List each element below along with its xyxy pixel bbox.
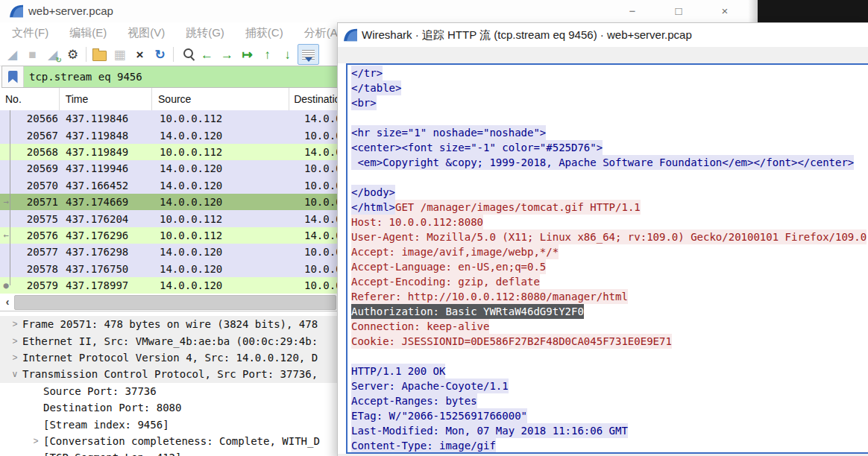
hscrollbar-thumb[interactable] (14, 295, 336, 310)
time-cell: 437.119849 (66, 146, 154, 158)
main-titlebar[interactable]: web+server.pcap −□× (0, 0, 752, 22)
menu-item-file[interactable]: 文件(F) (1, 22, 59, 43)
stream-line-9: </body> (351, 185, 868, 200)
next-packet-icon[interactable]: → (217, 45, 237, 64)
close-button[interactable]: × (702, 0, 748, 22)
detail-text: [Stream index: 9456] (43, 419, 169, 431)
stream-line-7: <em>Copyright &copy; 1999-2018, Apache S… (351, 155, 868, 170)
stream-text-server: <hr size="1" noshade="noshade"> (351, 125, 546, 140)
src-cell: 14.0.0.120 (154, 246, 297, 258)
stream-text-client: Referer: http://10.0.0.112:8080/manager/… (351, 289, 628, 304)
expand-chevron-icon[interactable]: > (9, 336, 21, 346)
stream-text-server: </tr> (351, 66, 383, 80)
window-controls: −□× (609, 0, 748, 22)
time-cell: 437.119848 (66, 130, 154, 142)
magnifier-shape (183, 48, 193, 58)
no-cell: 20566 (12, 113, 61, 124)
stream-line-4 (351, 110, 868, 125)
expand-chevron-icon[interactable]: > (9, 319, 21, 329)
dialog-title: Wireshark · 追踪 HTTP 流 (tcp.stream eq 945… (362, 23, 692, 47)
find-packet-icon[interactable] (177, 45, 197, 64)
related-packet-marker: → (0, 197, 12, 207)
folder-shape (92, 51, 107, 61)
filter-bookmark-button[interactable] (2, 66, 24, 87)
stream-line-20 (351, 349, 868, 364)
stream-line-14: Accept-Language: en-US,en;q=0.5 (351, 259, 868, 274)
stream-text-client: Connection: keep-alive (351, 319, 489, 334)
menu-item-view[interactable]: 视图(V) (117, 22, 175, 43)
column-header-time[interactable]: Time (60, 88, 152, 110)
open-file-icon[interactable] (89, 45, 110, 64)
expand-chevron-icon[interactable]: > (9, 352, 21, 363)
time-cell: 437.119946 (66, 162, 154, 174)
previous-packet-icon-glyph: ← (201, 48, 213, 61)
src-cell: 10.0.0.112 (154, 113, 297, 124)
scroll-left-arrow-icon[interactable]: ‹ (1, 294, 13, 309)
stream-text-server: Server: Apache-Coyote/1.1 (351, 379, 509, 393)
screen: web+server.pcap −□× 文件(F)编辑(E)视图(V)跳转(G)… (0, 0, 868, 456)
time-cell: 437.176204 (66, 213, 154, 225)
save-file-icon[interactable]: ▦ (110, 45, 130, 64)
detail-text: Ethernet II, Src: VMware_4b:ae:ba (00:0c… (22, 335, 318, 347)
expand-chevron-icon[interactable]: ∨ (9, 369, 21, 379)
next-packet-icon-glyph: → (221, 48, 233, 61)
time-cell: 437.176298 (66, 246, 154, 258)
stream-line-5: <hr size="1" noshade="noshade"> (351, 125, 868, 140)
stream-text-client: Accept: image/avif,image/webp,*/* (351, 244, 559, 259)
first-packet-icon[interactable]: ↑ (257, 45, 277, 64)
goto-packet-icon-glyph: ↦ (242, 48, 252, 61)
dialog-chrome-band (338, 47, 868, 63)
detail-text: Internet Protocol Version 4, Src: 14.0.0… (22, 352, 318, 364)
time-cell: 437.174669 (66, 196, 154, 208)
reload-icon[interactable]: ↻ (150, 45, 170, 64)
stream-line-21: HTTP/1.1 200 OK (351, 364, 868, 379)
stream-content-area[interactable]: </tr></table><br><hr size="1" noshade="n… (346, 63, 868, 454)
src-cell: 14.0.0.120 (154, 130, 297, 142)
previous-packet-icon[interactable]: ← (197, 45, 217, 64)
column-header-no[interactable]: No. (0, 88, 60, 110)
time-cell: 437.178997 (66, 279, 154, 291)
detail-text: Transmission Control Protocol, Src Port:… (22, 368, 318, 380)
stream-line-22: Server: Apache-Coyote/1.1 (351, 379, 868, 393)
detail-text: Frame 20571: 478 bytes on wire (3824 bit… (22, 318, 318, 330)
stream-text-server: ETag: W/"2066-1525691766000" (351, 408, 527, 423)
start-capture-icon[interactable]: ◢ (2, 45, 22, 64)
minimize-button[interactable]: − (609, 0, 655, 22)
stream-text-server: <center><font size="-1" color="#525D76"> (351, 140, 603, 155)
stream-line-13: Accept: image/avif,image/webp,*/* (351, 244, 868, 259)
capture-options-icon[interactable]: ⚙ (63, 45, 83, 64)
stream-line-19: Cookie: JSESSIONID=0DE586F27B2F48D0CA045… (351, 334, 868, 349)
no-cell: 20576 (12, 229, 61, 241)
stream-text-server: </body> (351, 185, 395, 200)
bookmark-icon (8, 71, 18, 83)
stop-capture-icon[interactable]: ■ (22, 45, 43, 64)
stream-line-23: Accept-Ranges: bytes (351, 393, 868, 408)
stream-text-client: Cookie: JSESSIONID=0DE586F27B2F48D0CA045… (351, 334, 672, 349)
column-header-source[interactable]: Source (152, 88, 289, 110)
restart-capture-icon[interactable]: ◢↻ (43, 45, 63, 64)
dialog-titlebar[interactable]: Wireshark · 追踪 HTTP 流 (tcp.stream eq 945… (338, 23, 868, 47)
menu-item-capture[interactable]: 捕获(C) (235, 22, 294, 43)
expand-chevron-icon[interactable]: > (30, 436, 42, 446)
no-cell: 20569 (12, 162, 61, 174)
autoscroll-icon[interactable] (298, 44, 319, 65)
time-cell: 437.166452 (66, 180, 154, 191)
no-cell: 20578 (12, 263, 61, 275)
close-file-icon[interactable]: × (130, 45, 150, 64)
filter-value: tcp.stream eq 9456 (24, 71, 142, 83)
save-file-icon-glyph: ▦ (113, 48, 125, 61)
first-packet-icon-glyph: ↑ (264, 48, 271, 61)
menu-item-edit[interactable]: 编辑(E) (59, 22, 117, 43)
stream-text-server: Content-Type: image/gif (351, 438, 496, 453)
maximize-button[interactable]: □ (655, 0, 702, 22)
menu-item-go[interactable]: 跳转(G) (175, 22, 235, 43)
time-cell: 437.176750 (66, 263, 154, 275)
no-cell: 20575 (12, 213, 61, 225)
stream-text-server: Last-Modified: Mon, 07 May 2018 11:16:06… (351, 423, 628, 438)
time-cell: 437.119846 (66, 113, 154, 124)
goto-packet-icon[interactable]: ↦ (237, 45, 257, 64)
stream-text-server: </html> (351, 200, 395, 215)
stream-line-18: Connection: keep-alive (351, 319, 868, 334)
last-packet-icon[interactable]: ↓ (277, 45, 298, 64)
stream-line-17: Authorization: Basic YWRtaW46dG9tY2F0 (351, 304, 868, 319)
